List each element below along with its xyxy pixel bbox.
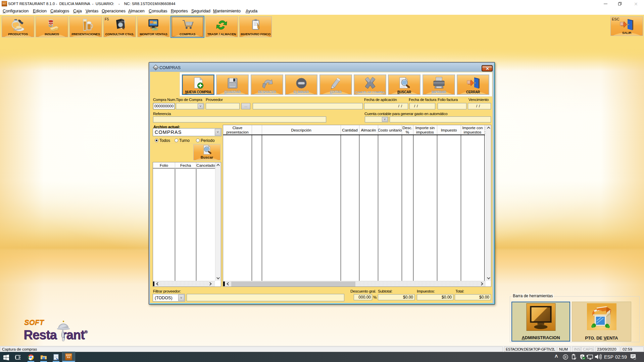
svg-text:Sugar: Sugar <box>48 21 53 23</box>
